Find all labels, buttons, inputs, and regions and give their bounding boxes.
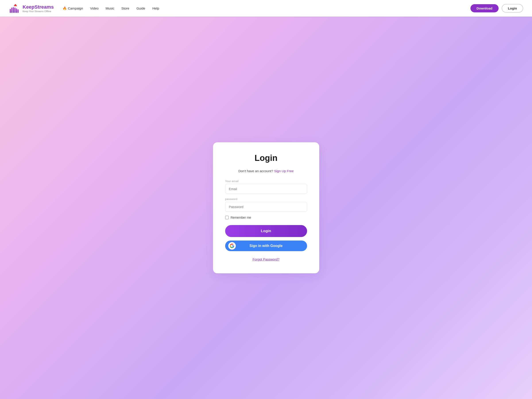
main-content: Login Don't have an account? Sign Up Fre… [0, 17, 532, 399]
logo-icon [9, 3, 20, 14]
forgot-password-link[interactable]: Forgot Password? [225, 257, 307, 261]
login-title: Login [225, 153, 307, 163]
brand-name: KeepStreams [23, 4, 54, 10]
svg-rect-4 [16, 8, 17, 13]
login-submit-button[interactable]: Login [225, 225, 307, 237]
svg-rect-7 [13, 6, 18, 7]
google-button-label: Sign in with Google [249, 244, 283, 248]
svg-rect-3 [14, 7, 15, 13]
logo-text: KeepStreams Keep Your Streams Offline [23, 4, 54, 12]
signup-prompt: Don't have an account? Sign Up Free [225, 169, 307, 173]
svg-rect-5 [18, 9, 19, 13]
svg-rect-1 [11, 7, 13, 13]
remember-label: Remember me [231, 216, 251, 219]
brand-tagline: Keep Your Streams Offline [23, 10, 54, 12]
svg-point-8 [15, 3, 16, 4]
nav-actions: Download Login [470, 4, 523, 12]
google-signin-button[interactable]: Sign in with Google [225, 241, 307, 251]
svg-rect-2 [13, 7, 14, 13]
svg-rect-0 [10, 9, 11, 13]
email-input[interactable] [225, 184, 307, 194]
download-button[interactable]: Download [470, 4, 499, 12]
flame-icon: 🔥 [63, 6, 67, 10]
signup-link[interactable]: Sign Up Free [274, 169, 294, 173]
remember-row: Remember me [225, 216, 307, 219]
nav-store[interactable]: Store [121, 6, 129, 10]
login-nav-button[interactable]: Login [502, 4, 523, 12]
google-icon [228, 242, 236, 250]
nav-guide[interactable]: Guide [136, 6, 145, 10]
login-card: Login Don't have an account? Sign Up Fre… [213, 142, 319, 273]
logo-svg [9, 3, 20, 14]
nav-help[interactable]: Help [152, 6, 159, 10]
nav-links: 🔥 Campaign Video Music Store Guide Help [63, 6, 470, 10]
google-logo-svg [230, 244, 234, 248]
logo-link[interactable]: KeepStreams Keep Your Streams Offline [9, 3, 54, 14]
email-field-group: Your email [225, 180, 307, 194]
remember-checkbox[interactable] [225, 216, 229, 219]
password-label: password [225, 197, 307, 201]
navbar: KeepStreams Keep Your Streams Offline 🔥 … [0, 0, 532, 17]
password-input[interactable] [225, 202, 307, 212]
nav-music[interactable]: Music [106, 6, 114, 10]
email-label: Your email [225, 180, 307, 183]
nav-video[interactable]: Video [90, 6, 99, 10]
password-field-group: password [225, 197, 307, 212]
nav-campaign[interactable]: 🔥 Campaign [63, 6, 83, 10]
